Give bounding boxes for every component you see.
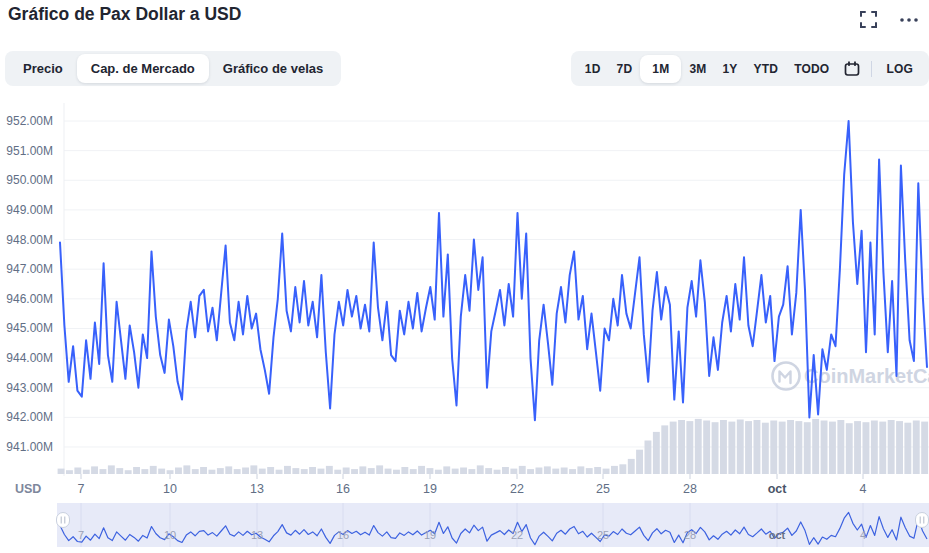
x-axis-label: 4 xyxy=(860,482,867,496)
volume-bar xyxy=(829,422,836,474)
volume-bar xyxy=(83,470,90,474)
volume-bar xyxy=(854,421,861,474)
volume-bar xyxy=(519,466,526,474)
volume-bar xyxy=(745,421,752,474)
volume-bar xyxy=(242,468,249,475)
volume-bar xyxy=(678,420,685,474)
volume-bar xyxy=(410,469,417,474)
navigator-left-handle[interactable] xyxy=(57,513,70,528)
range-ytd[interactable]: YTD xyxy=(746,55,787,83)
navigator-label: 22 xyxy=(511,529,523,541)
x-axis-label: 19 xyxy=(423,482,437,496)
volume-bar xyxy=(460,468,467,475)
volume-bar xyxy=(653,432,660,474)
volume-bar xyxy=(485,468,492,474)
volume-bar xyxy=(427,468,434,474)
y-axis-label: 946.00M xyxy=(6,292,53,306)
volume-bar xyxy=(100,469,107,474)
price-line xyxy=(60,121,927,420)
volume-bar xyxy=(812,419,819,474)
volume-bar xyxy=(544,466,551,474)
volume-bar xyxy=(712,422,719,474)
volume-bar xyxy=(368,468,375,474)
fullscreen-icon[interactable] xyxy=(860,11,877,28)
page-title: Gráfico de Pax Dollar a USD xyxy=(8,4,241,25)
volume-bar xyxy=(393,470,400,474)
volume-bar xyxy=(510,469,517,474)
range-1d[interactable]: 1D xyxy=(577,55,609,83)
tab-cap-de-mercado[interactable]: Cap. de Mercado xyxy=(77,54,209,83)
range-7d[interactable]: 7D xyxy=(609,55,641,83)
volume-bar xyxy=(477,465,484,474)
volume-bar xyxy=(175,468,182,475)
volume-bar xyxy=(167,470,174,474)
volume-bar xyxy=(66,470,73,474)
volume-bar xyxy=(58,469,65,474)
volume-bar xyxy=(703,421,710,475)
volume-bar xyxy=(787,420,794,474)
volume-bar xyxy=(569,469,576,474)
volume-bar xyxy=(74,468,81,475)
volume-bar xyxy=(158,469,165,474)
volume-bar xyxy=(276,470,283,474)
volume-bar xyxy=(779,422,786,474)
volume-bar xyxy=(376,465,383,474)
volume-bar xyxy=(921,422,928,474)
log-scale-toggle[interactable]: LOG xyxy=(878,55,921,83)
volume-bar xyxy=(661,425,668,474)
range-1m[interactable]: 1M xyxy=(640,55,681,83)
volume-bar xyxy=(821,421,828,475)
range-3m[interactable]: 3M xyxy=(681,55,714,83)
volume-bar xyxy=(871,421,878,475)
x-axis-label: 28 xyxy=(683,482,697,496)
watermark-text: CoinMarketCap xyxy=(804,365,929,387)
chart-type-tabs: Precio Cap. de Mercado Gráfico de velas xyxy=(5,51,341,86)
coinmarketcap-watermark: CoinMarketCap xyxy=(773,363,929,390)
volume-bar xyxy=(888,420,895,474)
volume-bar xyxy=(108,465,115,474)
tab-grafico-de-velas[interactable]: Gráfico de velas xyxy=(209,54,337,83)
volume-bar xyxy=(879,422,886,474)
tab-precio[interactable]: Precio xyxy=(9,54,77,83)
volume-bar xyxy=(183,465,190,474)
range-1y[interactable]: 1Y xyxy=(714,55,745,83)
y-axis-label: 945.00M xyxy=(6,321,53,335)
time-range-toolbar: 1D 7D 1M 3M 1Y YTD TODO LOG xyxy=(571,51,929,86)
volume-bar xyxy=(552,469,559,474)
volume-bar xyxy=(292,468,299,474)
volume-bar xyxy=(494,470,501,474)
navigator-label: 7 xyxy=(78,529,84,541)
more-options-icon[interactable] xyxy=(899,17,919,23)
navigator-track[interactable] xyxy=(57,503,929,547)
x-axis-label: 7 xyxy=(78,482,85,496)
volume-bar xyxy=(326,466,333,474)
volume-bar xyxy=(209,470,216,474)
navigator-right-handle[interactable] xyxy=(916,513,929,528)
volume-bar xyxy=(284,466,291,474)
y-axis-label: 943.00M xyxy=(6,381,53,395)
volume-bar xyxy=(762,423,769,474)
volume-bar xyxy=(645,441,652,475)
volume-bar xyxy=(359,466,366,474)
y-axis-label: 949.00M xyxy=(6,203,53,217)
volume-bar xyxy=(435,470,442,474)
volume-bar xyxy=(418,466,425,474)
range-todo[interactable]: TODO xyxy=(786,55,837,83)
volume-bar xyxy=(192,469,199,474)
volume-bar xyxy=(301,469,308,474)
volume-bar xyxy=(896,421,903,474)
volume-bar xyxy=(770,421,777,475)
volume-bar xyxy=(141,469,148,474)
x-axis-label: oct xyxy=(768,482,788,496)
calendar-icon[interactable] xyxy=(837,56,867,82)
volume-bar xyxy=(804,422,811,474)
volume-bar xyxy=(468,469,475,474)
y-axis-label: 941.00M xyxy=(6,440,53,454)
volume-bar xyxy=(250,465,257,474)
volume-bar xyxy=(720,420,727,474)
volume-bar xyxy=(318,469,325,474)
volume-bar xyxy=(401,467,408,474)
y-axis-label: 952.00M xyxy=(6,114,53,128)
volume-bar xyxy=(904,423,911,474)
volume-bar xyxy=(846,423,853,474)
